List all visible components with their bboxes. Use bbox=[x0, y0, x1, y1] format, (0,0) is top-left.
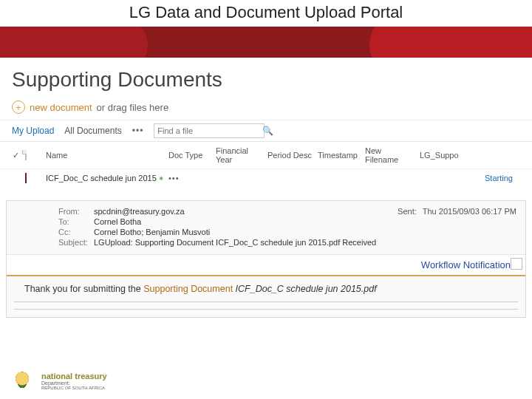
footer-republic: REPUBLIC OF SOUTH AFRICA bbox=[41, 386, 107, 390]
workflow-notification-bar: Workflow Notification bbox=[7, 254, 525, 276]
search-icon[interactable]: 🔍 bbox=[262, 126, 273, 136]
footer: national treasury Department: REPUBLIC O… bbox=[9, 368, 107, 395]
col-financial-year[interactable]: Financial Year bbox=[216, 146, 265, 164]
file-name[interactable]: ICF_Doc_C schedule jun 2015✶ bbox=[46, 174, 166, 183]
table-header: ✓ Name Doc Type Financial Year Period De… bbox=[0, 142, 532, 169]
page-title: LG Data and Document Upload Portal bbox=[0, 0, 532, 27]
col-new-filename[interactable]: New Filename bbox=[365, 146, 417, 164]
new-badge: ✶ bbox=[158, 174, 164, 183]
email-from-label: From: bbox=[58, 207, 94, 216]
col-timestamp[interactable]: Timestamp bbox=[318, 151, 362, 160]
row-more-menu[interactable]: ••• bbox=[168, 174, 180, 183]
email-subject-value: LGUpload: Supporting Document ICF_Doc_C … bbox=[94, 238, 376, 247]
col-name[interactable]: Name bbox=[46, 151, 166, 160]
col-type-icon bbox=[25, 151, 43, 160]
col-period-desc[interactable]: Period Desc bbox=[267, 151, 315, 160]
section-title: Supporting Documents bbox=[0, 58, 532, 99]
divider bbox=[14, 305, 518, 310]
email-to-value: Cornel Botha bbox=[94, 217, 141, 226]
view-more-menu[interactable]: ••• bbox=[132, 126, 144, 136]
search-input[interactable] bbox=[154, 126, 262, 135]
email-sent-label: Sent: bbox=[398, 207, 417, 216]
view-all-documents[interactable]: All Documents bbox=[64, 126, 121, 136]
col-select[interactable]: ✓ bbox=[9, 151, 22, 160]
email-to-label: To: bbox=[58, 217, 94, 226]
email-header: Sent: Thu 2015/09/03 06:17 PM From:spcdn… bbox=[7, 201, 525, 254]
coat-of-arms-icon bbox=[9, 368, 35, 395]
file-icon bbox=[25, 174, 43, 183]
col-doctype[interactable]: Doc Type bbox=[168, 151, 213, 160]
header: LG Data and Document Upload Portal bbox=[0, 0, 532, 58]
table-row[interactable]: ICF_Doc_C schedule jun 2015✶ ••• Startin… bbox=[0, 169, 532, 187]
workflow-title: Workflow Notification bbox=[421, 259, 511, 270]
new-document-label[interactable]: new document bbox=[30, 102, 92, 113]
search-box[interactable]: 🔍 bbox=[154, 123, 265, 138]
email-from-value: spcdnin@treasury.gov.za bbox=[94, 207, 185, 216]
row-status[interactable]: Starting bbox=[485, 174, 529, 183]
email-pane: Sent: Thu 2015/09/03 06:17 PM From:spcdn… bbox=[6, 200, 526, 318]
drag-hint: or drag files here bbox=[97, 102, 169, 113]
view-my-upload[interactable]: My Upload bbox=[12, 126, 54, 136]
header-accent-band bbox=[0, 27, 532, 58]
thank-you-message: Thank you for submitting the Supporting … bbox=[14, 276, 518, 302]
footer-title: national treasury bbox=[41, 372, 107, 381]
email-cc-value: Cornel Botho; Benjamin Musvoti bbox=[94, 228, 210, 236]
new-document-row[interactable]: + new document or drag files here bbox=[0, 99, 532, 120]
email-subject-label: Subject: bbox=[58, 238, 94, 247]
email-cc-label: Cc: bbox=[58, 228, 94, 236]
footer-dept: Department: bbox=[41, 381, 107, 386]
add-icon[interactable]: + bbox=[12, 100, 25, 114]
col-lg-support[interactable]: LG_Suppo bbox=[420, 151, 464, 160]
view-toolbar: My Upload All Documents ••• 🔍 bbox=[0, 120, 532, 142]
email-sent-value: Thu 2015/09/03 06:17 PM bbox=[423, 207, 516, 216]
